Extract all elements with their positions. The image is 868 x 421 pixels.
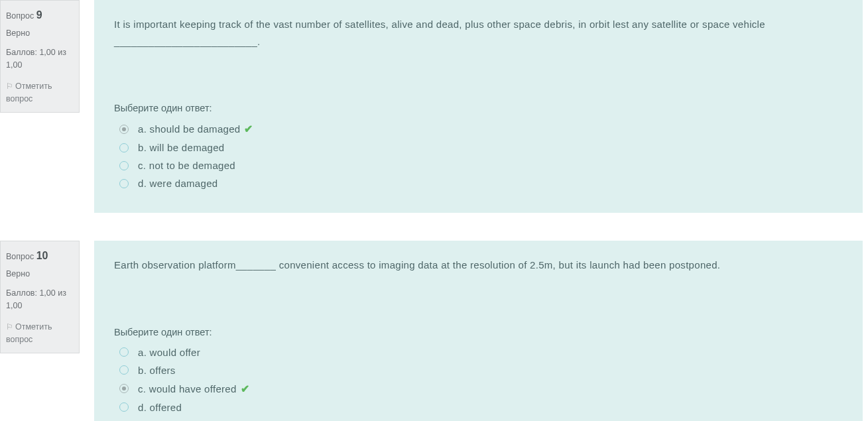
radio-icon — [119, 179, 129, 188]
answer-option[interactable]: c. would have offered ✔ — [114, 383, 843, 395]
question-number-line: Вопрос 10 — [6, 248, 74, 264]
answer-text: a. would offer — [138, 347, 200, 358]
answer-text: d. offered — [138, 402, 182, 413]
answer-text: a. should be damaged — [138, 123, 240, 135]
question-number-line: Вопрос 9 — [6, 7, 74, 23]
question-info-box: Вопрос 10 Верно Баллов: 1,00 из 1,00 ⚐От… — [0, 241, 80, 353]
radio-icon — [119, 161, 129, 170]
radio-icon — [119, 402, 129, 412]
answer-text: c. not to be demaged — [138, 160, 235, 171]
answer-option[interactable]: c. not to be demaged — [114, 160, 843, 171]
answer-option[interactable]: a. should be damaged ✔ — [114, 123, 843, 135]
question-status: Верно — [6, 268, 74, 280]
choose-prompt: Выберите один ответ: — [114, 103, 843, 113]
answer-option[interactable]: b. will be demaged — [114, 142, 843, 153]
flag-icon: ⚐ — [6, 321, 13, 333]
flag-question-link[interactable]: ⚐Отметить вопрос — [6, 80, 74, 105]
choose-prompt: Выберите один ответ: — [114, 327, 843, 337]
question-prefix: Вопрос — [6, 11, 34, 21]
answer-option[interactable]: d. offered — [114, 402, 843, 413]
answer-text: d. were damaged — [138, 178, 217, 189]
checkmark-icon: ✔ — [241, 383, 249, 395]
question-status: Верно — [6, 27, 74, 40]
question-text: Earth observation platform_______ conven… — [114, 257, 843, 274]
answer-option[interactable]: b. offers — [114, 365, 843, 376]
question-number: 10 — [36, 250, 48, 261]
answer-text: b. offers — [138, 365, 176, 376]
radio-icon — [119, 365, 129, 375]
question-score: Баллов: 1,00 из 1,00 — [6, 46, 74, 72]
answer-option[interactable]: d. were damaged — [114, 178, 843, 189]
answer-text: b. will be demaged — [138, 142, 225, 153]
radio-icon — [119, 384, 129, 393]
question-content: Earth observation platform_______ conven… — [94, 241, 863, 421]
radio-icon — [119, 143, 129, 152]
answer-option[interactable]: a. would offer — [114, 347, 843, 358]
question-info-box: Вопрос 9 Верно Баллов: 1,00 из 1,00 ⚐Отм… — [0, 0, 80, 113]
question-score: Баллов: 1,00 из 1,00 — [6, 287, 74, 312]
flag-icon: ⚐ — [6, 80, 13, 92]
question-prefix: Вопрос — [6, 252, 34, 261]
question-block: Вопрос 9 Верно Баллов: 1,00 из 1,00 ⚐Отм… — [0, 0, 868, 213]
question-number: 9 — [36, 9, 42, 21]
question-block: Вопрос 10 Верно Баллов: 1,00 из 1,00 ⚐От… — [0, 241, 868, 421]
answer-text: c. would have offered — [138, 383, 237, 394]
flag-question-link[interactable]: ⚐Отметить вопрос — [6, 321, 74, 346]
question-content: It is important keeping track of the vas… — [94, 0, 863, 213]
checkmark-icon: ✔ — [244, 123, 253, 135]
radio-icon — [119, 125, 129, 134]
radio-icon — [119, 347, 129, 357]
question-text: It is important keeping track of the vas… — [114, 16, 843, 50]
